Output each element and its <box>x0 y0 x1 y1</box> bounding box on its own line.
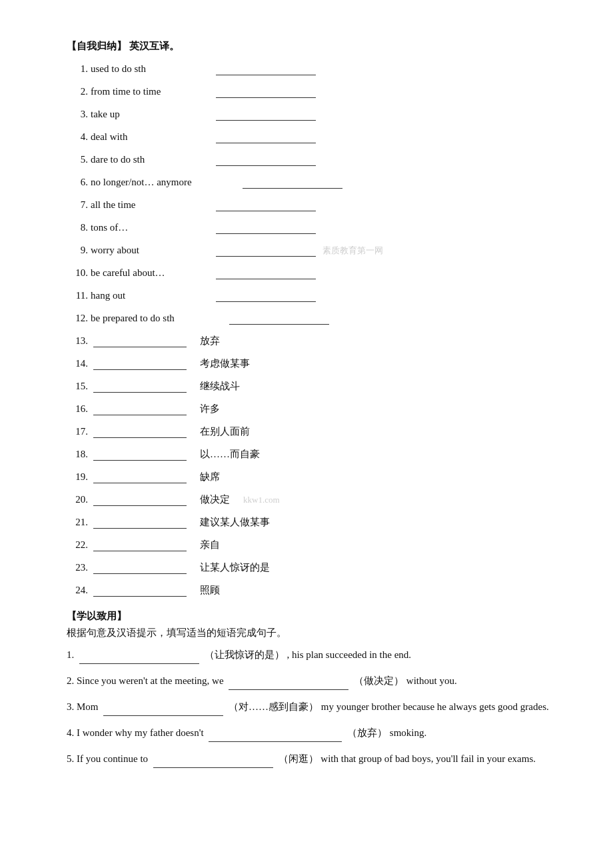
blank-line <box>243 188 342 189</box>
list-item: 19. 缺席 <box>67 469 560 485</box>
list-item: 5. dare to do sth <box>67 151 560 167</box>
blank-line <box>216 165 316 166</box>
blank-line <box>209 741 342 742</box>
list-item: 11. hang out <box>67 287 560 303</box>
list-item: 7. all the time <box>67 197 560 213</box>
blank-line <box>216 301 316 302</box>
list-item: 8. tons of… <box>67 219 560 235</box>
list-item: 20. 做决定 kkw1.com <box>67 491 560 507</box>
section2-subtitle: 根据句意及汉语提示，填写适当的短语完成句子。 <box>67 627 560 639</box>
blank-line <box>216 256 316 257</box>
blank-line <box>93 347 187 347</box>
list-item: 21. 建议某人做某事 <box>67 514 560 530</box>
blank-line <box>229 689 348 690</box>
blank-line <box>93 437 187 438</box>
blank-line <box>103 715 223 716</box>
blank-line <box>216 233 316 234</box>
blank-line <box>216 75 316 75</box>
blank-line <box>93 573 187 574</box>
watermark2: kkw1.com <box>243 493 280 507</box>
section2-title: 【学以致用】 <box>67 610 560 623</box>
list-item: 14. 考虑做某事 <box>67 355 560 371</box>
blank-line <box>93 483 187 483</box>
blank-line <box>93 596 187 597</box>
list-item: 4. deal with <box>67 129 560 145</box>
list-item: 1. used to do sth <box>67 61 560 77</box>
list-item: 16. 许多 <box>67 401 560 417</box>
blank-line <box>93 528 187 529</box>
blank-line <box>216 279 316 279</box>
blank-line <box>93 460 187 461</box>
blank-line <box>216 211 316 211</box>
sentence-3: 3. Mom （对……感到自豪） my younger brother beca… <box>67 698 560 716</box>
blank-line <box>216 97 316 98</box>
list-item: 9. worry about 素质教育第一网 <box>67 242 560 258</box>
sentence-2: 2. Since you weren't at the meeting, we … <box>67 672 560 690</box>
list-item: 13. 放弃 <box>67 333 560 349</box>
list-item: 18. 以……而自豪 <box>67 446 560 462</box>
blank-line <box>216 120 316 121</box>
blank-line <box>93 551 187 551</box>
sentence-1: 1. （让我惊讶的是） , his plan succeeded in the … <box>67 646 560 664</box>
list-item: 15. 继续战斗 <box>67 378 560 394</box>
list-item: 23. 让某人惊讶的是 <box>67 559 560 575</box>
section1-title: 【自我归纳】 英汉互译。 <box>67 40 560 53</box>
en-items-list: 1. used to do sth 2. from time to time 3… <box>67 61 560 326</box>
list-item: 17. 在别人面前 <box>67 423 560 439</box>
list-item: 6. no longer/not… anymore <box>67 174 560 190</box>
zh-items-list: 13. 放弃 14. 考虑做某事 15. 继续战斗 16. 许多 17. 在别人… <box>67 333 560 598</box>
sentence-5: 5. If you continue to （闲逛） with that gro… <box>67 750 560 768</box>
sentence-4: 4. I wonder why my father doesn't （放弃） s… <box>67 724 560 742</box>
blank-line <box>229 324 329 325</box>
watermark1: 素质教育第一网 <box>322 244 383 258</box>
list-item: 12. be prepared to do sth <box>67 310 560 326</box>
blank-line <box>93 505 187 506</box>
list-item: 3. take up <box>67 106 560 122</box>
blank-line <box>79 663 199 664</box>
list-item: 10. be careful about… <box>67 265 560 281</box>
blank-line <box>93 415 187 415</box>
list-item: 2. from time to time <box>67 83 560 99</box>
blank-line <box>93 369 187 370</box>
blank-line <box>216 143 316 143</box>
blank-line <box>153 767 273 768</box>
blank-line <box>93 392 187 393</box>
section2: 【学以致用】 根据句意及汉语提示，填写适当的短语完成句子。 1. （让我惊讶的是… <box>67 610 560 768</box>
list-item: 22. 亲自 <box>67 537 560 553</box>
list-item: 24. 照顾 <box>67 582 560 598</box>
